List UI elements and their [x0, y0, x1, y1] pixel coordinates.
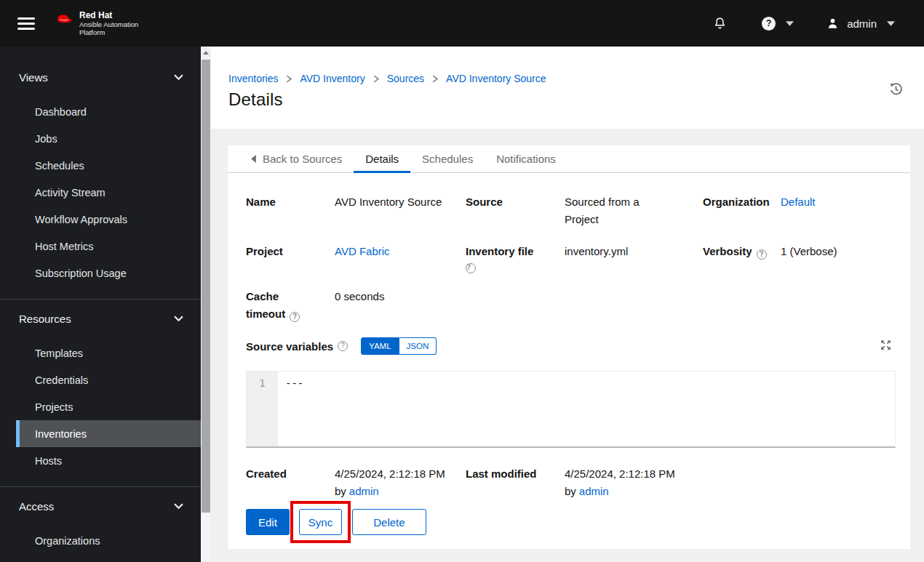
sidebar-item-dashboard[interactable]: Dashboard — [16, 98, 201, 125]
organization-label: Organization — [703, 193, 781, 211]
label-text: Verbosity — [703, 245, 752, 257]
help-popover-icon[interactable] — [338, 341, 348, 351]
details-list: Name AVD Inventory Source Source Sourced… — [246, 193, 896, 323]
editor-code-content[interactable]: --- — [278, 372, 895, 446]
last-modified-date: 4/25/2024, 2:12:18 PM — [565, 465, 696, 483]
label-text: Cache timeout — [246, 290, 285, 320]
json-toggle-button[interactable]: JSON — [399, 337, 437, 355]
project-link[interactable]: AVD Fabric — [335, 245, 390, 257]
breadcrumb-link-inventories[interactable]: Inventories — [228, 73, 278, 84]
history-icon — [888, 81, 904, 97]
sidebar-scrollbar[interactable] — [201, 47, 211, 562]
sidebar-item-jobs[interactable]: Jobs — [16, 125, 201, 152]
format-toggle-group: YAML JSON — [361, 337, 437, 355]
page-header: Inventories AVD Inventory Sources AVD In… — [211, 47, 924, 129]
breadcrumb: Inventories AVD Inventory Sources AVD In… — [228, 73, 924, 84]
page-title: Details — [228, 89, 924, 110]
tab-label: Back to Sources — [263, 153, 342, 165]
cache-timeout-label: Cache timeout — [246, 288, 335, 323]
by-text: by — [565, 485, 576, 497]
breadcrumb-link-sources[interactable]: Sources — [387, 73, 424, 84]
scrollbar-up-arrow[interactable] — [201, 47, 211, 59]
app-logo: Red Hat Ansible Automation Platform — [55, 11, 138, 36]
breadcrumb-link-avd-inventory[interactable]: AVD Inventory — [300, 73, 365, 84]
chevron-down-icon — [174, 503, 183, 509]
sidebar-item-hosts[interactable]: Hosts — [16, 447, 201, 474]
sidebar-item-inventories[interactable]: Inventories — [16, 420, 201, 447]
modified-by-user-link[interactable]: admin — [579, 485, 609, 497]
created-by-user-link[interactable]: admin — [349, 485, 379, 497]
tab-back-to-sources[interactable]: Back to Sources — [239, 145, 354, 172]
activity-history-button[interactable] — [888, 81, 904, 99]
label-text: Inventory file — [466, 245, 533, 257]
sidebar-item-schedules[interactable]: Schedules — [16, 152, 201, 179]
delete-button[interactable]: Delete — [352, 509, 426, 535]
chevron-down-icon — [887, 21, 895, 26]
expand-icon — [880, 339, 892, 351]
source-label: Source — [466, 193, 565, 211]
brand-product-line: Platform — [79, 28, 138, 36]
help-popover-icon[interactable] — [290, 312, 300, 322]
sidebar-item-activity-stream[interactable]: Activity Stream — [16, 179, 201, 206]
user-menu-button[interactable]: admin — [826, 17, 895, 31]
hamburger-icon — [17, 17, 35, 20]
tab-label: Schedules — [422, 153, 473, 165]
help-popover-icon[interactable] — [466, 263, 476, 273]
content-body: Back to Sources Details Schedules Notifi… — [211, 129, 924, 549]
sidebar-item-workflow-approvals[interactable]: Workflow Approvals — [16, 206, 201, 233]
editor-line-number: 1 — [247, 372, 278, 446]
sidebar-item-host-metrics[interactable]: Host Metrics — [16, 233, 201, 260]
breadcrumb-current-avd-inventory-source[interactable]: AVD Inventory Source — [446, 73, 546, 84]
chevron-right-icon — [373, 75, 379, 83]
main-content: Inventories AVD Inventory Sources AVD In… — [211, 47, 924, 562]
brand-product-line: Ansible Automation — [79, 20, 138, 28]
sidebar-item-subscription-usage[interactable]: Subscription Usage — [16, 260, 201, 286]
verbosity-value: 1 (Verbose) — [781, 243, 896, 260]
inventory-file-label: Inventory file — [466, 243, 565, 273]
source-value: Sourced from a Project — [565, 193, 703, 228]
scrollbar-thumb[interactable] — [202, 60, 210, 513]
help-popover-icon[interactable] — [757, 249, 767, 260]
tab-notifications[interactable]: Notifications — [485, 145, 567, 172]
sidebar-section-resources[interactable]: Resources — [19, 305, 183, 332]
tab-schedules[interactable]: Schedules — [410, 145, 485, 172]
section-label: Resources — [19, 313, 71, 325]
sidebar-item-organizations[interactable]: Organizations — [16, 527, 201, 554]
section-label: Views — [19, 71, 48, 84]
sidebar-item-templates[interactable]: Templates — [16, 340, 201, 366]
help-menu-button[interactable] — [762, 17, 794, 31]
source-variables-label: Source variables — [246, 340, 333, 353]
divider — [0, 486, 201, 487]
redhat-hat-icon — [55, 11, 74, 25]
created-label: Created — [246, 465, 335, 483]
last-modified-label: Last modified — [466, 465, 565, 483]
source-variables-editor[interactable]: 1 --- — [246, 371, 896, 448]
sync-button[interactable]: Sync — [299, 509, 342, 535]
nav-toggle-button[interactable] — [16, 15, 36, 33]
chevron-down-icon — [174, 74, 183, 80]
edit-button[interactable]: Edit — [246, 509, 290, 535]
brand-name: Red Hat — [79, 11, 138, 20]
created-value: 4/25/2024, 2:12:18 PM byadmin — [335, 465, 466, 500]
expand-editor-button[interactable] — [880, 339, 892, 353]
project-label: Project — [246, 243, 335, 260]
notifications-button[interactable] — [713, 16, 727, 31]
divider — [0, 299, 201, 300]
verbosity-label: Verbosity — [703, 243, 781, 260]
inventory-file-value: inventory.yml — [565, 243, 703, 260]
user-icon — [826, 17, 840, 31]
sidebar-section-views[interactable]: Views — [19, 64, 183, 90]
sidebar-item-credentials[interactable]: Credentials — [16, 366, 201, 393]
sidebar-nav: Views Dashboard Jobs Schedules Activity … — [0, 47, 201, 562]
organization-link[interactable]: Default — [781, 196, 816, 208]
name-label: Name — [246, 193, 335, 211]
chevron-down-icon — [786, 21, 794, 26]
yaml-toggle-button[interactable]: YAML — [361, 337, 399, 355]
action-buttons: Edit Sync Delete — [246, 501, 896, 543]
timestamps-row: Created 4/25/2024, 2:12:18 PM byadmin La… — [246, 465, 896, 500]
caret-left-icon — [251, 155, 256, 163]
by-text: by — [335, 485, 346, 497]
sidebar-section-access[interactable]: Access — [19, 493, 183, 519]
sidebar-item-projects[interactable]: Projects — [16, 393, 201, 420]
tab-details[interactable]: Details — [354, 145, 410, 172]
